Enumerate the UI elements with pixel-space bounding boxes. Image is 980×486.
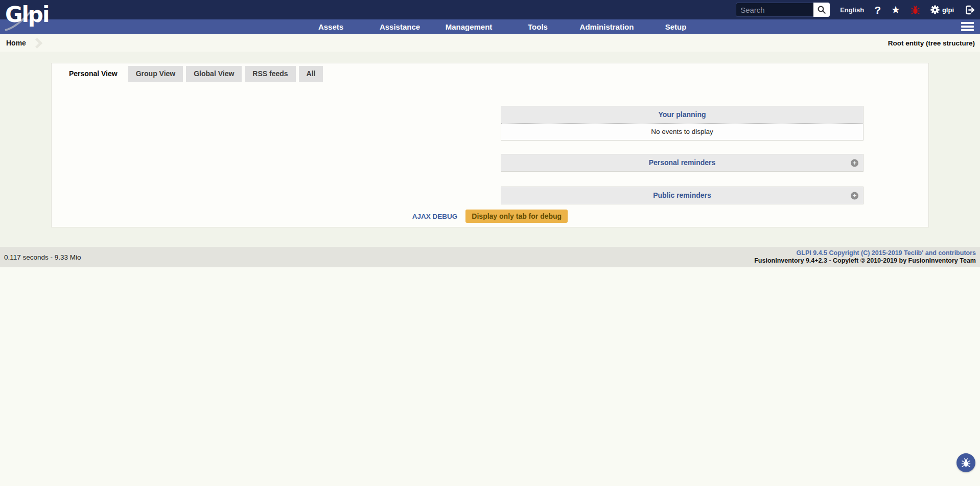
menu-tools[interactable]: Tools (503, 22, 572, 31)
menu-management[interactable]: Management (434, 22, 503, 31)
fusioninventory-copyright: FusionInventory 9.4+2.3 - Copyleft © 201… (754, 257, 976, 265)
planning-panel: Your planning No events to display (501, 106, 864, 141)
fusion-prefix: FusionInventory 9.4+2.3 - Copyleft (754, 257, 858, 264)
public-reminders-label: Public reminders (653, 191, 711, 199)
footer: 0.117 seconds - 9.33 Mio GLPI 9.4.5 Copy… (0, 247, 980, 267)
logout-icon[interactable] (964, 5, 975, 15)
menu-assistance[interactable]: Assistance (365, 22, 434, 31)
breadcrumb-chevron-icon (32, 37, 42, 48)
ajax-debug-link[interactable]: AJAX DEBUG (412, 213, 458, 220)
menu-administration[interactable]: Administration (572, 22, 641, 31)
tab-personal-view[interactable]: Personal View (61, 66, 125, 82)
search-input[interactable] (736, 3, 813, 17)
add-public-reminder-icon[interactable]: + (851, 192, 858, 199)
glpi-copyright-link[interactable]: GLPI 9.4.5 Copyright (C) 2015-2019 Tecli… (754, 249, 976, 257)
copyleft-symbol: © (860, 257, 865, 265)
tab-global-view[interactable]: Global View (186, 66, 242, 82)
fusion-suffix: 2010-2019 by FusionInventory Team (867, 257, 976, 264)
breadcrumb: Home Root entity (tree structure) (0, 34, 980, 52)
main-menu-bar: Assets Assistance Management Tools Admin… (0, 19, 980, 34)
performance-stats: 0.117 seconds - 9.33 Mio (4, 253, 81, 261)
user-menu[interactable]: glpi (930, 5, 954, 14)
personal-reminders-title[interactable]: Personal reminders + (501, 154, 863, 171)
tab-all[interactable]: All (299, 66, 323, 82)
planning-panel-body: No events to display (501, 124, 863, 140)
entity-selector[interactable]: Root entity (tree structure) (888, 39, 975, 47)
main-area: Personal View Group View Global View RSS… (0, 52, 980, 247)
bookmark-star-icon[interactable]: ★ (891, 5, 900, 15)
personal-reminders-panel: Personal reminders + (501, 154, 864, 172)
logo-text: Glpi (5, 2, 61, 28)
username-label: glpi (942, 6, 954, 14)
breadcrumb-home[interactable]: Home (6, 39, 26, 47)
hamburger-menu-icon[interactable] (961, 22, 974, 31)
topbar: Glpi English ? ★ (0, 0, 980, 19)
debug-row: AJAX DEBUG Display only tab for debug (52, 210, 928, 223)
search-icon (817, 5, 826, 14)
planning-panel-title[interactable]: Your planning (501, 106, 863, 124)
menu-assets[interactable]: Assets (296, 22, 365, 31)
empty-page-area (0, 267, 980, 486)
glpi-logo[interactable]: Glpi (5, 2, 61, 31)
tab-rss-feeds[interactable]: RSS feeds (245, 66, 295, 82)
help-icon[interactable]: ? (874, 5, 881, 15)
search-button[interactable] (813, 3, 830, 17)
language-selector[interactable]: English (840, 6, 864, 14)
global-search (736, 3, 830, 17)
personal-reminders-label: Personal reminders (649, 158, 716, 167)
bug-icon (961, 458, 971, 468)
gear-icon (930, 5, 940, 14)
debug-bug-icon[interactable] (911, 5, 920, 15)
central-home-card: Personal View Group View Global View RSS… (51, 63, 929, 227)
view-tabs: Personal View Group View Global View RSS… (52, 63, 928, 82)
public-reminders-panel: Public reminders + (501, 187, 864, 204)
right-column: Your planning No events to display Perso… (501, 106, 864, 204)
tab-group-view[interactable]: Group View (128, 66, 183, 82)
display-debug-tab-button[interactable]: Display only tab for debug (465, 210, 568, 223)
menu-setup[interactable]: Setup (641, 22, 710, 31)
floating-debug-button[interactable] (956, 453, 975, 472)
add-personal-reminder-icon[interactable]: + (851, 159, 858, 167)
public-reminders-title[interactable]: Public reminders + (501, 187, 863, 204)
